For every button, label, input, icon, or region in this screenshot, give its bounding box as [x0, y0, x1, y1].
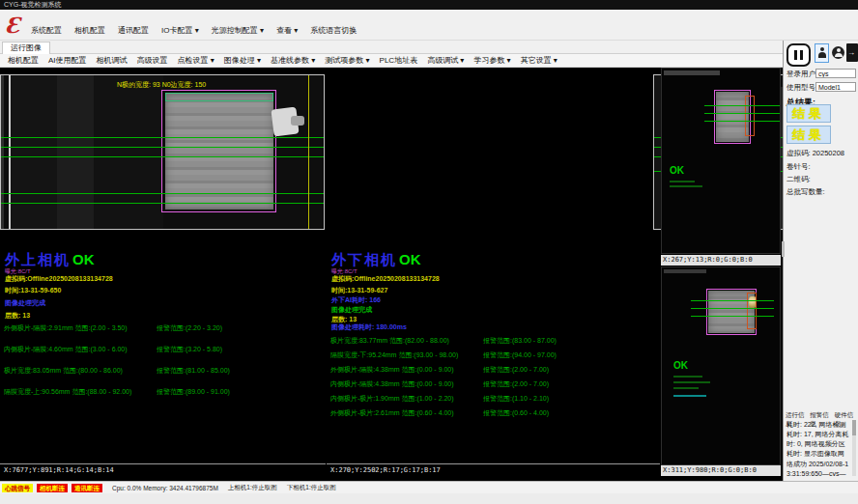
model-label: 使用型号: — [786, 83, 817, 93]
result-ok-text: OK — [399, 251, 421, 267]
tool-other-settings[interactable]: 其它设置 ▾ — [521, 55, 558, 66]
measurement-value: 极片宽度:83.05mm 范围:(80.00 - 86.00) — [4, 366, 123, 376]
tiny-text-bar — [673, 387, 699, 389]
tool-spot-check[interactable]: 点检设置 ▾ — [178, 55, 214, 66]
pause-icon — [794, 50, 797, 60]
overlay-hline-green — [1, 147, 324, 148]
camera-name: 外下相机 — [331, 251, 397, 267]
pixel-coordinate-readout: X:270;Y:2502;R:17;G:17;B:17 — [327, 463, 660, 476]
lower-camera-status: 下相机1:停止取图 — [287, 484, 336, 492]
tool-camera-config[interactable]: 相机配置 — [8, 55, 39, 66]
alarm-range: 报警范围:(89.00 - 91.00) — [157, 387, 230, 397]
virtual-code-label: 虚拟码: 20250208 — [786, 149, 844, 158]
upper-camera-status: 上相机1:停止取图 — [228, 484, 277, 492]
measurement-row: 极片宽度:83.77mm 范围:(82.00 - 88.00) 报警范围:(83… — [327, 336, 660, 345]
comm-disconnected-badge: 通讯断连 — [72, 484, 102, 492]
time-text: 时间:13-31-59-650 — [5, 286, 61, 295]
status-bar: 心跳信号 相机断连 通讯断连 Cpu: 0.0% Memory: 3424.41… — [0, 481, 858, 493]
log-scrollbar-thumb[interactable] — [852, 420, 856, 435]
alarm-range: 报警范围:(0.60 - 4.00) — [483, 408, 549, 418]
barcode-text: 虚拟码:Offline20250208133134728 — [331, 274, 440, 284]
tiny-text-bar-cyan — [673, 395, 706, 397]
tool-plc-address-table[interactable]: PLC地址表 — [380, 55, 418, 66]
user-button[interactable] — [815, 43, 829, 63]
overlay-hline-green — [1, 203, 324, 204]
measurement-row: 外侧极片-极片:2.61mm 范围:(0.60 - 4.00) 报警范围:(0.… — [327, 408, 660, 417]
overlay-hline-green — [691, 300, 774, 301]
alarm-range: 报警范围:(2.00 - 7.00) — [483, 365, 549, 375]
toolbar: 相机配置 AI使用配置 相机调试 高级设置 点检设置 ▾ 图像处理 ▾ 基准线参… — [0, 54, 783, 68]
menu-camera-config[interactable]: 相机配置 — [74, 25, 105, 36]
thumbnail-inner-lower-camera[interactable]: OK — [661, 266, 781, 465]
tool-advanced-debug[interactable]: 高级调试 ▾ — [427, 55, 464, 66]
alarm-range: 报警范围:(2.00 - 7.00) — [483, 379, 549, 389]
user-icon — [817, 47, 827, 59]
alarm-range: 报警范围:(3.20 - 5.80) — [157, 345, 222, 354]
overlay-hline-green — [1, 156, 324, 157]
login-user-field[interactable] — [815, 69, 856, 78]
overlay-hline-green — [704, 113, 780, 114]
title-bar: CYG-视觉检测系统 — [0, 0, 858, 10]
menu-language-switch[interactable]: 系统语言切换 — [310, 25, 357, 36]
menu-light-control-config[interactable]: 光源控制配置 ▾ — [212, 25, 264, 36]
alarm-range: 报警范围:(81.00 - 85.00) — [157, 366, 230, 376]
tool-image-processing[interactable]: 图像处理 ▾ — [224, 55, 261, 66]
menu-system-config[interactable]: 系统配置 — [31, 25, 62, 36]
result-ok-text: OK — [673, 360, 688, 371]
thumbnail-inner-upper-camera[interactable]: OK — [661, 68, 781, 254]
panel-lower-outer-camera: AI处理图像 外下相机OK 曝光:8C/T 虚拟码:Offline2025020… — [327, 68, 660, 481]
measurement-row: 内侧极片-隔膜:4.60mm 范围:(3.00 - 6.00) 报警范围:(3.… — [0, 345, 326, 353]
menu-io-card-config[interactable]: IO卡配置 ▾ — [161, 25, 199, 36]
tool-ai-usage-config[interactable]: AI使用配置 — [48, 55, 87, 66]
overlay-roi-box-orange — [745, 96, 755, 136]
measurement-row: 内侧极片-隔膜:4.38mm 范围:(0.00 - 9.00) 报警范围:(2.… — [327, 379, 660, 388]
log-scrollbar[interactable] — [852, 420, 856, 476]
camera-disconnected-badge: 相机断连 — [37, 484, 68, 492]
overlay-hline-green — [704, 105, 780, 106]
tool-camera-debug[interactable]: 相机调试 — [97, 55, 128, 66]
camera-image-upper-outer[interactable]: N极的宽度: 93 N0边宽度: 150 — [0, 74, 325, 230]
account-icon-button[interactable] — [832, 46, 844, 59]
thumb-label-bar — [664, 70, 720, 75]
menu-view[interactable]: 查看 ▾ — [276, 25, 298, 36]
barcode-text: 虚拟码:Offline20250208133134728 — [5, 274, 113, 284]
measurement-value: 隔膜宽度-上:90.56mm 范围:(88.00 - 92.00) — [4, 387, 131, 397]
tab-run-image[interactable]: 运行图像 — [2, 42, 50, 54]
pause-button[interactable] — [786, 43, 811, 67]
panel-splitter-handle[interactable] — [782, 241, 785, 257]
measurement-value: 外侧极片-极片:2.61mm 范围:(0.60 - 4.00) — [330, 408, 454, 418]
result-ok-text: OK — [670, 165, 684, 176]
tool-test-item-params[interactable]: 测试项参数 ▾ — [325, 55, 369, 66]
process-time-text: 图像处理耗时: 180.00ms — [331, 322, 407, 332]
tab-strip: 运行图像 — [0, 41, 783, 54]
tool-learning-params[interactable]: 学习参数 ▾ — [473, 55, 510, 66]
app-window: CYG-视觉检测系统 Ɛ 系统配置 相机配置 通讯配置 IO卡配置 ▾ 光源控制… — [0, 0, 858, 504]
menu-comm-config[interactable]: 通讯配置 — [118, 25, 149, 36]
panel-upper-outer-camera: N极的宽度: 93 N0边宽度: 150 外上相机OK 曝光:8C/T 虚拟码:… — [0, 68, 326, 481]
alarm-range: 报警范围:(2.20 - 3.20) — [157, 323, 222, 333]
result-ok-text: OK — [72, 251, 95, 267]
alarm-range: 报警范围:(94.00 - 97.00) — [483, 350, 557, 360]
process-done-text: 图像处理完成 — [331, 305, 372, 315]
measurement-value: 外侧极片-隔膜:2.91mm 范围:(2.00 - 3.50) — [4, 323, 128, 333]
cpu-memory-status: Cpu: 0.0% Memory: 3424.41796875M — [112, 485, 218, 491]
tool-baseline-params[interactable]: 基准线参数 ▾ — [271, 55, 315, 66]
result-display-1: 结果 — [786, 104, 831, 123]
thumb-label-bar — [664, 269, 706, 273]
right-sidebar: 登录用户: 使用型号: 总结果: 结果 结果 虚拟码: 20250208 卷针号… — [783, 41, 858, 481]
logout-exit-button[interactable] — [846, 43, 858, 62]
gripper-arm-tip — [291, 116, 304, 126]
layer-count-text: 层数: 13 — [5, 311, 30, 321]
overlay-hline-green — [1, 137, 324, 138]
app-logo-icon: Ɛ — [5, 13, 28, 38]
measurement-value: 内侧极片-隔膜:4.60mm 范围:(3.00 - 6.00) — [4, 345, 128, 354]
model-field[interactable] — [815, 82, 856, 92]
tool-advanced-settings[interactable]: 高级设置 — [137, 55, 168, 66]
batch-write-count-label: 总批写数量: — [786, 187, 825, 197]
camera-name: 外上相机 — [5, 251, 71, 267]
alarm-range: 报警范围:(83.00 - 87.00) — [483, 336, 557, 346]
pause-icon — [800, 50, 803, 60]
measurement-row: 内侧极片-极片:1.90mm 范围:(1.00 - 2.20) 报警范围:(1.… — [327, 394, 660, 403]
overlay-hline-green — [691, 316, 774, 317]
overlay-roi-box-green — [165, 93, 273, 101]
